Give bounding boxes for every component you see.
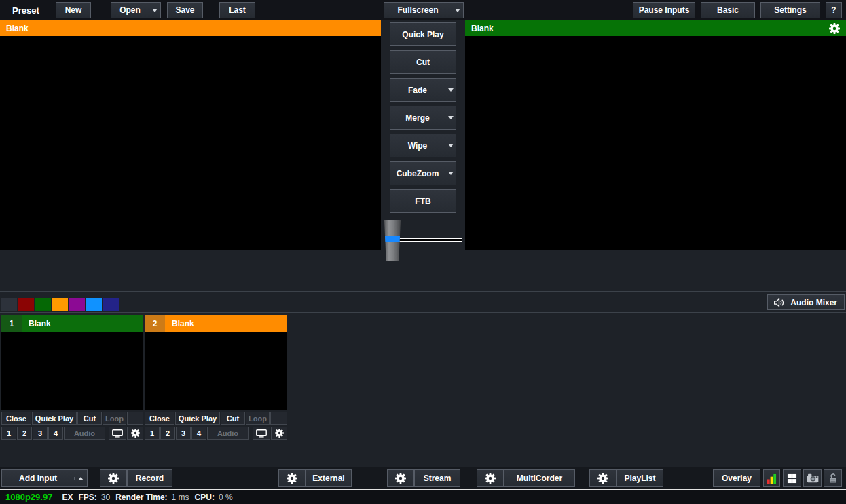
input-2-cut-button[interactable]: Cut [221, 412, 245, 425]
input-1-quickplay-button[interactable]: Quick Play [32, 412, 77, 425]
input-1-footer-spacer [127, 412, 143, 425]
color-swatch-orange[interactable] [52, 298, 68, 311]
new-button[interactable]: New [56, 2, 91, 18]
program-title: Blank [471, 24, 494, 33]
input-2-settings-button[interactable] [271, 427, 287, 440]
tbar-handle[interactable] [384, 220, 401, 261]
snapshot-button[interactable] [803, 469, 822, 487]
cubezoom-button[interactable]: CubeZoom [390, 169, 445, 178]
fullscreen-dropdown-button[interactable] [452, 9, 463, 12]
input-1-header[interactable]: 1 Blank [1, 315, 143, 332]
status-bar: 1080p29.97 EX FPS: 30 Render Time: 1 ms … [0, 489, 846, 504]
gear-icon [287, 473, 297, 484]
category-row: Audio Mixer [0, 291, 846, 313]
add-input-button[interactable]: Add Input [2, 473, 74, 483]
basic-button[interactable]: Basic [701, 2, 755, 18]
fullscreen-button[interactable]: Fullscreen [384, 5, 452, 15]
input-panel-2: 2 Blank Close Quick Play Cut Loop 1 2 3 … [145, 315, 287, 440]
gear-icon [485, 473, 496, 484]
input-1-overlay-4-button[interactable]: 4 [48, 427, 63, 440]
fade-dropdown-button[interactable] [445, 79, 456, 101]
input-2-audio-button[interactable]: Audio [207, 427, 249, 440]
input-2-fullscreen-button[interactable] [253, 427, 270, 440]
chevron-down-icon [448, 144, 454, 147]
vmix-window: Preset New Open Save Last Fullscreen Pau… [0, 0, 846, 504]
fade-split-button: Fade [390, 78, 456, 102]
add-input-split-button: Add Input [1, 469, 88, 487]
last-button[interactable]: Last [219, 2, 255, 18]
color-swatch-dark-red[interactable] [18, 298, 34, 311]
cut-button[interactable]: Cut [390, 50, 456, 74]
record-settings-button[interactable] [100, 469, 127, 487]
wipe-dropdown-button[interactable] [445, 134, 456, 157]
external-button[interactable]: External [306, 469, 352, 487]
program-window: Blank [465, 20, 846, 250]
open-button[interactable]: Open [111, 5, 149, 15]
stream-button[interactable]: Stream [414, 469, 460, 487]
status-ex-label: EX [62, 492, 73, 502]
input-2-overlay-2-button[interactable]: 2 [160, 427, 175, 440]
lock-button[interactable] [824, 469, 842, 487]
status-cpu-value: 0 % [219, 492, 233, 502]
input-1-fullscreen-button[interactable] [109, 427, 126, 440]
input-2-thumbnail[interactable] [145, 332, 287, 410]
cubezoom-dropdown-button[interactable] [445, 162, 456, 185]
chevron-down-icon [448, 172, 454, 175]
color-category-swatches [1, 298, 119, 311]
audio-mixer-button[interactable]: Audio Mixer [767, 294, 845, 310]
chevron-down-icon [152, 9, 158, 12]
input-2-header[interactable]: 2 Blank [145, 315, 287, 332]
input-2-quickplay-button[interactable]: Quick Play [175, 412, 220, 425]
input-2-overlay-3-button[interactable]: 3 [176, 427, 191, 440]
wipe-button[interactable]: Wipe [390, 141, 445, 151]
camera-icon [807, 473, 819, 483]
input-1-close-button[interactable]: Close [1, 412, 31, 425]
input-2-loop-button[interactable]: Loop [246, 412, 270, 425]
settings-button[interactable]: Settings [760, 2, 820, 18]
preview-video-area [0, 36, 381, 250]
input-1-thumbnail[interactable] [1, 332, 143, 410]
input-1-cut-button[interactable]: Cut [77, 412, 102, 425]
input-2-close-button[interactable]: Close [145, 412, 174, 425]
input-1-overlay-1-button[interactable]: 1 [1, 427, 16, 440]
color-swatch-purple[interactable] [69, 298, 85, 311]
open-dropdown-button[interactable] [149, 9, 160, 12]
record-button[interactable]: Record [127, 469, 172, 487]
color-swatch-blue[interactable] [86, 298, 102, 311]
playlist-button[interactable]: PlayList [617, 469, 663, 487]
cubezoom-split-button: CubeZoom [390, 161, 456, 185]
audio-levels-button[interactable] [763, 469, 780, 487]
merge-split-button: Merge [390, 106, 456, 130]
gear-icon [275, 429, 284, 438]
merge-dropdown-button[interactable] [445, 106, 456, 129]
merge-button[interactable]: Merge [390, 113, 445, 123]
color-swatch-default[interactable] [1, 298, 17, 311]
multicorder-button[interactable]: MultiCorder [504, 469, 575, 487]
input-1-overlay-2-button[interactable]: 2 [17, 427, 32, 440]
gear-icon [395, 473, 406, 484]
help-button[interactable]: ? [826, 2, 842, 18]
program-settings-gear-icon[interactable] [829, 23, 840, 34]
save-button[interactable]: Save [167, 2, 203, 18]
input-1-loop-button[interactable]: Loop [103, 412, 126, 425]
add-input-dropdown-button[interactable] [74, 477, 87, 480]
fade-button[interactable]: Fade [390, 85, 445, 95]
multiview-button[interactable] [783, 469, 801, 487]
multicorder-settings-button[interactable] [477, 469, 504, 487]
input-1-settings-button[interactable] [127, 427, 143, 440]
input-1-overlay-3-button[interactable]: 3 [33, 427, 48, 440]
stream-settings-button[interactable] [387, 469, 414, 487]
overlay-button[interactable]: Overlay [713, 469, 760, 487]
input-2-overlay-4-button[interactable]: 4 [191, 427, 206, 440]
playlist-settings-button[interactable] [589, 469, 617, 487]
color-swatch-dark-green[interactable] [35, 298, 51, 311]
color-swatch-dark-blue[interactable] [103, 298, 119, 311]
chevron-up-icon [78, 477, 84, 480]
pause-inputs-button[interactable]: Pause Inputs [633, 2, 695, 18]
input-2-overlay-1-button[interactable]: 1 [145, 427, 160, 440]
ftb-button[interactable]: FTB [390, 189, 456, 213]
input-1-audio-button[interactable]: Audio [64, 427, 105, 440]
status-resolution: 1080p29.97 [5, 492, 52, 502]
quick-play-button[interactable]: Quick Play [390, 22, 456, 46]
external-settings-button[interactable] [278, 469, 306, 487]
